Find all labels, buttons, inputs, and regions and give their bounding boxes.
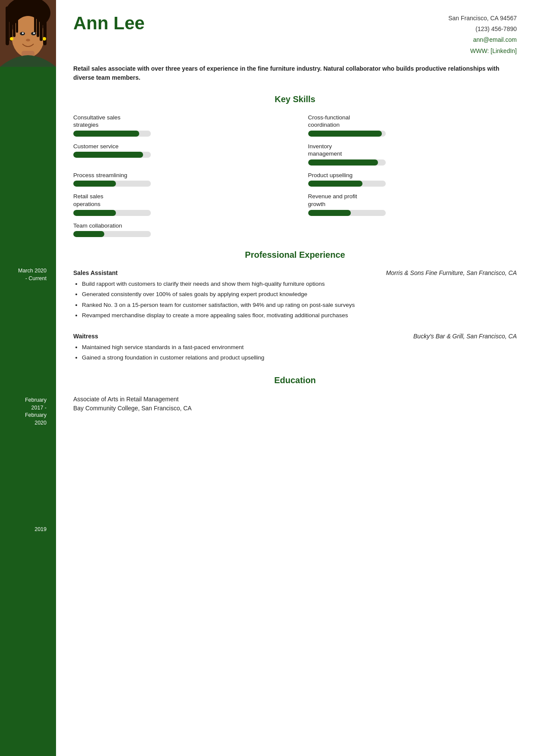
skills-grid: Consultative salesstrategies Cross-funct… (73, 114, 517, 237)
experience-title: Professional Experience (73, 250, 517, 260)
skill-item-1: Cross-functionalcoordination (308, 114, 517, 137)
svg-point-14 (22, 32, 24, 34)
sidebar-exp2-date: February 2017 - February 2020 (0, 397, 56, 427)
summary-text: Retail sales associate with over three y… (73, 64, 517, 82)
exp-company-0: Morris & Sons Fine Furniture, San Franci… (386, 269, 517, 276)
skill-bar-fill-8 (73, 231, 104, 237)
skill-bar-fill-4 (73, 181, 116, 187)
candidate-name: Ann Lee (73, 13, 145, 34)
skill-bar-1 (308, 131, 386, 137)
profile-photo (0, 0, 56, 67)
skill-label-4: Process streamlining (73, 172, 282, 179)
skill-label-3: Inventorymanagement (308, 143, 517, 158)
svg-rect-7 (16, 3, 18, 33)
skill-item-7: Revenue and profitgrowth (308, 193, 517, 216)
skill-bar-4 (73, 181, 151, 187)
education-entry-0: Associate of Arts in Retail Management B… (73, 395, 517, 413)
skill-item-8: Team collaboration (73, 222, 282, 237)
exp-header-0: Sales Assistant Morris & Sons Fine Furni… (73, 269, 517, 276)
sidebar: March 2020 - Current February 2017 - Feb… (0, 0, 56, 756)
exp-bullet-0-1: Generated consistently over 100% of sale… (82, 290, 517, 299)
education-section: Education Associate of Arts in Retail Ma… (73, 375, 517, 413)
exp-bullet-1-0: Maintained high service standards in a f… (82, 343, 517, 352)
skill-bar-2 (73, 152, 151, 158)
skill-bar-fill-6 (73, 210, 116, 216)
skill-item-2: Customer service (73, 143, 282, 166)
skill-label-7: Revenue and profitgrowth (308, 193, 517, 208)
exp-bullet-1-1: Gained a strong foundation in customer r… (82, 353, 517, 362)
skill-bar-fill-2 (73, 152, 143, 158)
skill-bar-fill-1 (308, 131, 382, 137)
edu-degree-0: Associate of Arts in Retail Management (73, 395, 517, 404)
exp-company-1: Bucky's Bar & Grill, San Francisco, CA (413, 333, 517, 340)
sidebar-exp1-date: March 2020 - Current (0, 267, 56, 282)
svg-rect-5 (9, 4, 12, 41)
skill-item-5: Product upselling (308, 172, 517, 187)
phone: (123) 456-7890 (448, 24, 517, 34)
exp-header-1: Waitress Bucky's Bar & Grill, San Franci… (73, 333, 517, 340)
svg-point-16 (26, 39, 30, 41)
skill-bar-fill-7 (308, 210, 351, 216)
resume-page: March 2020 - Current February 2017 - Feb… (0, 0, 534, 756)
skill-bar-7 (308, 210, 386, 216)
skill-bar-6 (73, 210, 151, 216)
location: San Francisco, CA 94567 (448, 13, 517, 24)
skill-item-4: Process streamlining (73, 172, 282, 187)
edu-institution-0: Bay Community College, San Francisco, CA (73, 404, 517, 413)
exp-bullet-0-2: Ranked No. 3 on a 15-person team for cus… (82, 301, 517, 309)
svg-point-18 (43, 37, 46, 41)
exp-bullets-0: Build rapport with customers to clarify … (73, 280, 517, 320)
sidebar-edu1-date: 2019 (0, 526, 56, 534)
skill-bar-8 (73, 231, 151, 237)
skills-section: Key Skills Consultative salesstrategies … (73, 94, 517, 237)
exp-bullet-0-0: Build rapport with customers to clarify … (82, 280, 517, 288)
experience-entry-1: Waitress Bucky's Bar & Grill, San Franci… (73, 333, 517, 362)
skill-bar-5 (308, 181, 386, 187)
experience-entry-0: Sales Assistant Morris & Sons Fine Furni… (73, 269, 517, 320)
skill-item-3: Inventorymanagement (308, 143, 517, 166)
website: WWW: [LinkedIn] (448, 46, 517, 56)
svg-rect-4 (6, 6, 9, 45)
skill-label-8: Team collaboration (73, 222, 282, 230)
skill-label-2: Customer service (73, 143, 282, 150)
exp-bullets-1: Maintained high service standards in a f… (73, 343, 517, 362)
experience-section: Professional Experience Sales Assistant … (73, 250, 517, 362)
name-block: Ann Lee (73, 13, 145, 34)
skill-bar-0 (73, 131, 151, 137)
svg-point-17 (10, 37, 13, 41)
exp-bullet-0-3: Revamped merchandise display to create a… (82, 311, 517, 320)
svg-rect-11 (34, 3, 36, 33)
header-section: Ann Lee San Francisco, CA 94567 (123) 45… (73, 13, 517, 56)
skill-label-1: Cross-functionalcoordination (308, 114, 517, 129)
skill-bar-fill-3 (308, 159, 378, 166)
skills-title: Key Skills (73, 94, 517, 104)
education-title: Education (73, 375, 517, 385)
main-content: Ann Lee San Francisco, CA 94567 (123) 45… (56, 0, 534, 756)
skill-bar-fill-5 (308, 181, 362, 187)
svg-rect-10 (37, 3, 39, 37)
contact-block: San Francisco, CA 94567 (123) 456-7890 a… (448, 13, 517, 56)
skill-bar-3 (308, 159, 386, 166)
email: ann@email.com (448, 34, 517, 45)
exp-title-1: Waitress (73, 333, 98, 340)
skill-bar-fill-0 (73, 131, 139, 137)
exp-title-0: Sales Assistant (73, 269, 118, 276)
skill-item-6: Retail salesoperations (73, 193, 282, 216)
skill-label-6: Retail salesoperations (73, 193, 282, 208)
skill-label-5: Product upselling (308, 172, 517, 179)
svg-rect-9 (40, 4, 43, 41)
svg-rect-6 (13, 3, 16, 37)
skill-label-0: Consultative salesstrategies (73, 114, 282, 129)
skill-item-0: Consultative salesstrategies (73, 114, 282, 137)
svg-point-15 (33, 32, 35, 34)
